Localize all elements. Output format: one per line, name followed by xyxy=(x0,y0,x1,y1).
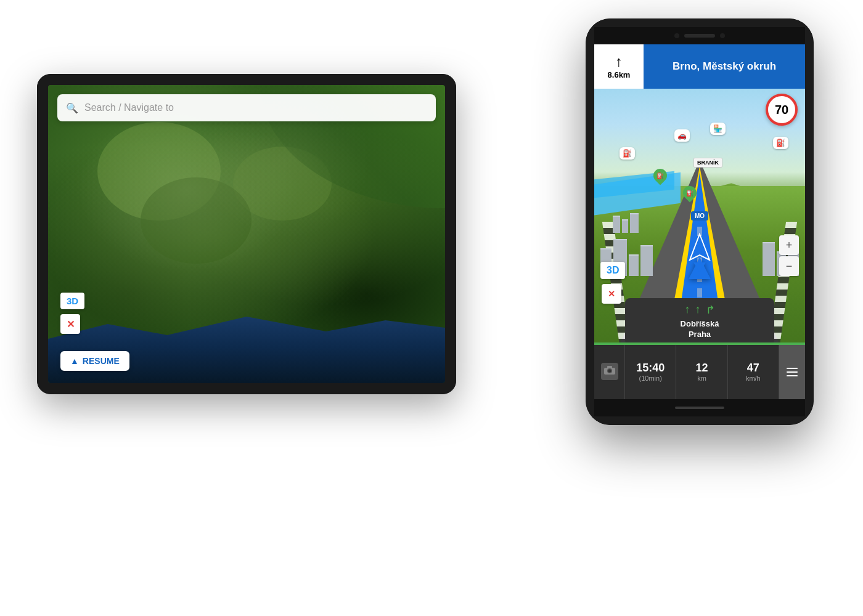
nav-stat-distance: 12 km xyxy=(676,345,727,399)
building-fl1 xyxy=(613,216,620,233)
stat-dist-value: 12 xyxy=(695,362,708,375)
turn-arrow-straight-1: ↑ xyxy=(685,303,690,317)
tablet-resume-button[interactable]: ▲ RESUME xyxy=(60,351,129,371)
buildings-far-left xyxy=(613,213,639,233)
poi-marker-icon-1: ⛽ xyxy=(656,172,664,179)
phone-home-bar xyxy=(675,407,724,409)
nav-distance: 8.6km xyxy=(608,70,631,79)
cancel-icon: ✕ xyxy=(608,289,615,299)
close-icon: ✕ xyxy=(67,318,75,330)
speed-limit-value: 70 xyxy=(775,103,788,117)
nav-distance-box: ↑ 8.6km xyxy=(594,44,644,89)
poi-fuel-2: ⛽ xyxy=(773,137,788,149)
tablet-search-bar[interactable]: 🔍 Search / Navigate to xyxy=(57,94,436,121)
speed-limit-sign: 70 xyxy=(766,94,798,126)
nav-street-name: Brno, Městský okruh xyxy=(673,60,776,73)
svg-rect-4 xyxy=(607,366,612,368)
tablet-close-button[interactable]: ✕ xyxy=(60,314,80,334)
tablet-highlights xyxy=(48,85,445,383)
phone-camera xyxy=(674,33,679,38)
nav-arrow-svg xyxy=(689,233,711,261)
turn-arrow-right: ↱ xyxy=(706,303,715,317)
phone-screen: BRANÍK ⛽ 🚗 🏪 ⛽ ⛽ ⛽ MO xyxy=(594,44,805,399)
phone-device: BRANÍK ⛽ 🚗 🏪 ⛽ ⛽ ⛽ MO xyxy=(586,18,814,425)
turn-arrow-straight-2: ↑ xyxy=(695,303,701,317)
nav-stat-time: 15:40 (10min) xyxy=(625,345,676,399)
stat-speed-value: 47 xyxy=(747,362,759,375)
car-icon-1: 🚗 xyxy=(677,131,687,140)
nav-turn-panel: ↑ ↑ ↱ Dobříšská Praha xyxy=(625,298,774,345)
fuel-icon-1: ⛽ xyxy=(623,149,632,158)
nav-turn-street-1: Dobříšská xyxy=(681,319,719,330)
search-icon: 🔍 xyxy=(66,102,78,114)
nav-menu-button[interactable] xyxy=(779,345,805,399)
hamburger-line-1 xyxy=(787,368,798,369)
camera-icon xyxy=(601,363,618,380)
nav-map: BRANÍK ⛽ 🚗 🏪 ⛽ ⛽ ⛽ MO xyxy=(594,44,805,399)
building-r1 xyxy=(763,242,775,276)
fuel-icon-2: ⛽ xyxy=(776,139,785,147)
building-l4 xyxy=(640,245,653,276)
phone-speaker xyxy=(684,34,715,38)
nav-road-label: MO xyxy=(691,211,708,221)
phone-top-bar xyxy=(594,27,805,44)
zoom-in-button[interactable]: + xyxy=(779,235,799,255)
resume-nav-icon: ▲ xyxy=(70,356,79,366)
tablet-3d-button[interactable]: 3D xyxy=(60,293,84,309)
stat-time-value: 15:40 xyxy=(636,362,665,375)
branik-label: BRANÍK xyxy=(693,158,722,168)
nav-turn-arrows: ↑ ↑ ↱ xyxy=(685,303,715,317)
building-fl3 xyxy=(630,213,639,233)
resume-label: RESUME xyxy=(83,356,120,366)
poi-marker-icon-2: ⛽ xyxy=(686,190,693,197)
tablet-map xyxy=(48,85,445,383)
poi-shop-1: 🏪 xyxy=(710,123,726,135)
zoom-controls: + − xyxy=(779,235,799,276)
stat-speed-label: km/h xyxy=(746,375,761,382)
hamburger-line-3 xyxy=(787,375,798,376)
svg-marker-0 xyxy=(690,234,710,260)
shop-icon-1: 🏪 xyxy=(713,124,722,133)
tablet-device: 🔍 Search / Navigate to 3D ✕ ▲ RESUME xyxy=(37,74,456,394)
poi-car-1: 🚗 xyxy=(674,129,690,142)
scene: 🔍 Search / Navigate to 3D ✕ ▲ RESUME xyxy=(0,0,863,616)
zoom-out-button[interactable]: − xyxy=(779,256,799,276)
camera-svg xyxy=(603,365,616,375)
phone-camera-2 xyxy=(720,33,725,38)
svg-point-3 xyxy=(608,370,611,373)
nav-turn-street-2: Praha xyxy=(689,330,711,340)
tablet-screen: 🔍 Search / Navigate to 3D ✕ ▲ RESUME xyxy=(48,85,445,383)
phone-cancel-button[interactable]: ✕ xyxy=(602,284,621,304)
nav-stat-speed: 47 km/h xyxy=(728,345,779,399)
nav-stat-camera xyxy=(594,345,625,399)
nav-direction-arrow: ↑ xyxy=(615,54,623,69)
phone-3d-button[interactable]: 3D xyxy=(600,262,625,279)
nav-top-bar: ↑ 8.6km Brno, Městský okruh xyxy=(594,44,805,89)
nav-speed-bar xyxy=(594,342,805,345)
search-placeholder: Search / Navigate to xyxy=(84,102,174,113)
phone-bottom-bar xyxy=(594,399,805,416)
stat-time-sub: (10min) xyxy=(639,375,662,382)
stat-dist-label: km xyxy=(697,375,706,382)
building-l3 xyxy=(629,254,639,276)
nav-street-box: Brno, Městský okruh xyxy=(644,44,805,89)
building-fl2 xyxy=(622,219,628,233)
nav-stats-bar: 15:40 (10min) 12 km 47 km/h xyxy=(594,345,805,399)
poi-fuel-1: ⛽ xyxy=(620,147,635,160)
nav-arrow-wrapper xyxy=(689,233,711,264)
hamburger-line-2 xyxy=(787,371,798,373)
